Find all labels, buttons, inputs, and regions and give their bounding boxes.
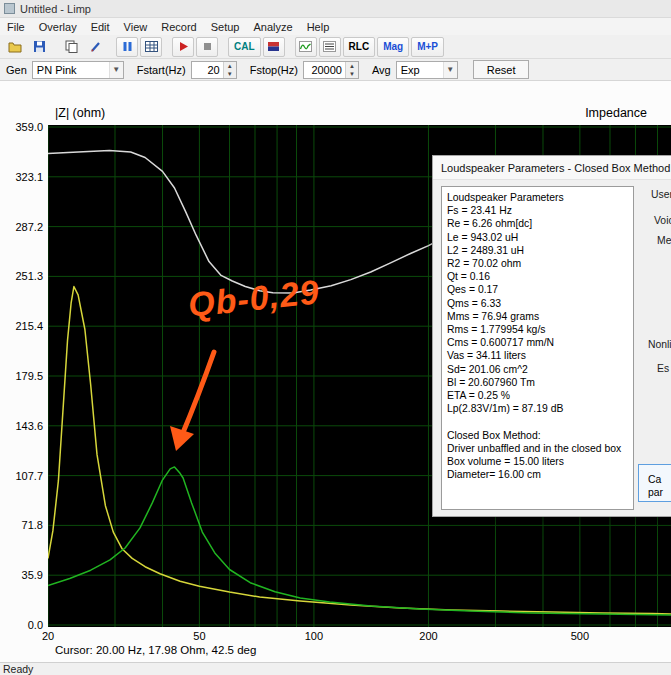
floppy-disk-icon [33, 40, 46, 53]
generator-type-select[interactable]: PN Pink ▼ [32, 61, 124, 79]
chevron-down-icon[interactable]: ▼ [443, 62, 457, 78]
fstart-stepper[interactable]: 20 ▲▼ [191, 61, 237, 79]
y-tick-label: 107.7 [0, 470, 43, 482]
fstop-stepper[interactable]: 20000 ▲▼ [303, 61, 359, 79]
averaging-value: Exp [401, 64, 420, 76]
parameter-line: Le = 943.02 uH [447, 231, 628, 244]
y-tick-label: 251.3 [0, 270, 43, 282]
spin-down-icon[interactable]: ▼ [346, 70, 358, 78]
loudspeaker-parameters-dialog: Loudspeaker Parameters - Closed Box Meth… [432, 155, 671, 517]
y-tick-label: 143.6 [0, 420, 43, 432]
fstop-value: 20000 [304, 62, 345, 78]
menu-setup[interactable]: Setup [204, 20, 247, 34]
table-grid-icon [145, 41, 158, 52]
spin-down-icon[interactable]: ▼ [224, 70, 236, 78]
generator-bar: Gen PN Pink ▼ Fstart(Hz) 20 ▲▼ Fstop(Hz)… [0, 59, 671, 81]
fstop-label: Fstop(Hz) [250, 64, 298, 76]
magnitude-button[interactable]: Mag [377, 37, 409, 57]
y-tick-label: 215.4 [0, 320, 43, 332]
stop-icon [202, 41, 213, 52]
x-tick-label: 100 [305, 630, 323, 642]
open-folder-icon [8, 40, 23, 53]
y-tick-label: 0.0 [0, 619, 43, 631]
open-file-button[interactable] [4, 37, 26, 57]
pen-icon [89, 40, 102, 53]
y-tick-label: 287.2 [0, 221, 43, 233]
dialog-label-fragment: Voic [654, 215, 671, 226]
menu-bar: File Overlay Edit View Record Setup Anal… [0, 18, 671, 35]
menu-view[interactable]: View [117, 20, 155, 34]
parameter-line [447, 415, 628, 428]
parameter-line: Lp(2.83V/1m) = 87.19 dB [447, 402, 628, 415]
parameter-line: Diameter= 16.00 cm [447, 468, 628, 481]
waveform-icon [299, 41, 312, 52]
title-bar: Untitled - Limp [0, 0, 671, 18]
parameter-line: Vas = 34.11 liters [447, 349, 628, 362]
parameter-line: ETA = 0.25 % [447, 389, 628, 402]
rlc-button[interactable]: RLC [343, 37, 376, 57]
y-tick-label: 71.8 [0, 519, 43, 531]
y-tick-label: 323.1 [0, 171, 43, 183]
dialog-title-bar[interactable]: Loudspeaker Parameters - Closed Box Meth… [433, 156, 671, 180]
play-icon [178, 41, 189, 52]
play-record-button[interactable] [172, 37, 194, 57]
calc-button-line1: Ca [648, 474, 661, 485]
color-scheme-icon [267, 41, 280, 52]
parameter-line: Rms = 1.779954 kg/s [447, 323, 628, 336]
magnitude-phase-button[interactable]: M+P [411, 37, 444, 57]
parameter-line: L2 = 2489.31 uH [447, 244, 628, 257]
status-bar: Ready [0, 662, 671, 675]
calc-button-line2: par [648, 487, 663, 498]
spin-up-icon[interactable]: ▲ [346, 62, 358, 70]
signal-view-button[interactable] [295, 37, 317, 57]
y-tick-label: 359.0 [0, 121, 43, 133]
averaging-select[interactable]: Exp ▼ [396, 61, 458, 79]
menu-help[interactable]: Help [300, 20, 337, 34]
menu-overlay[interactable]: Overlay [32, 20, 84, 34]
parameters-text: Loudspeaker ParametersFs = 23.41 HzRe = … [441, 186, 634, 510]
chart-title: Impedance [585, 106, 647, 120]
table-view-button[interactable] [140, 37, 162, 57]
menu-file[interactable]: File [0, 20, 32, 34]
x-tick-label: 500 [571, 630, 589, 642]
parameter-line: Fs = 23.41 Hz [447, 204, 628, 217]
pen-setup-button[interactable] [84, 37, 106, 57]
menu-analyze[interactable]: Analyze [246, 20, 299, 34]
parameter-line: Loudspeaker Parameters [447, 191, 628, 204]
chevron-down-icon[interactable]: ▼ [109, 62, 123, 78]
app-icon [4, 3, 15, 14]
calibrate-button[interactable]: CAL [228, 37, 261, 57]
save-button[interactable] [28, 37, 50, 57]
parameter-line: Box volume = 15.00 liters [447, 455, 628, 468]
annotation-arrow [182, 352, 214, 435]
dialog-label-fragment: Es [657, 363, 669, 374]
pause-button[interactable] [116, 37, 138, 57]
parameter-line: Mms = 76.94 grams [447, 310, 628, 323]
spectrum-view-button[interactable] [319, 37, 341, 57]
calculate-parameters-button[interactable]: Ca par [638, 464, 671, 502]
menu-record[interactable]: Record [154, 20, 203, 34]
dialog-label-fragment: Me [657, 235, 671, 246]
gen-label: Gen [6, 64, 27, 76]
lines-icon [323, 41, 336, 52]
spin-up-icon[interactable]: ▲ [224, 62, 236, 70]
menu-edit[interactable]: Edit [84, 20, 117, 34]
copy-icon [65, 40, 78, 53]
parameter-line: Sd= 201.06 cm^2 [447, 363, 628, 376]
copy-button[interactable] [60, 37, 82, 57]
parameter-line: Qes = 0.17 [447, 283, 628, 296]
cursor-readout: Cursor: 20.00 Hz, 17.98 Ohm, 42.5 deg [55, 644, 256, 656]
parameter-line: Qt = 0.16 [447, 270, 628, 283]
color-scheme-button[interactable] [263, 37, 285, 57]
stop-button[interactable] [196, 37, 218, 57]
window-title: Untitled - Limp [20, 3, 91, 15]
avg-label: Avg [372, 64, 391, 76]
reset-button[interactable]: Reset [473, 60, 530, 79]
dialog-label-fragment: User [651, 189, 671, 200]
spinner-arrows[interactable]: ▲▼ [223, 62, 236, 78]
y-axis-label: |Z| (ohm) [55, 106, 105, 120]
fstart-label: Fstart(Hz) [137, 64, 186, 76]
spinner-arrows[interactable]: ▲▼ [345, 62, 358, 78]
status-text: Ready [3, 663, 33, 675]
parameter-line: Driver unbaffled and in the closed box [447, 442, 628, 455]
